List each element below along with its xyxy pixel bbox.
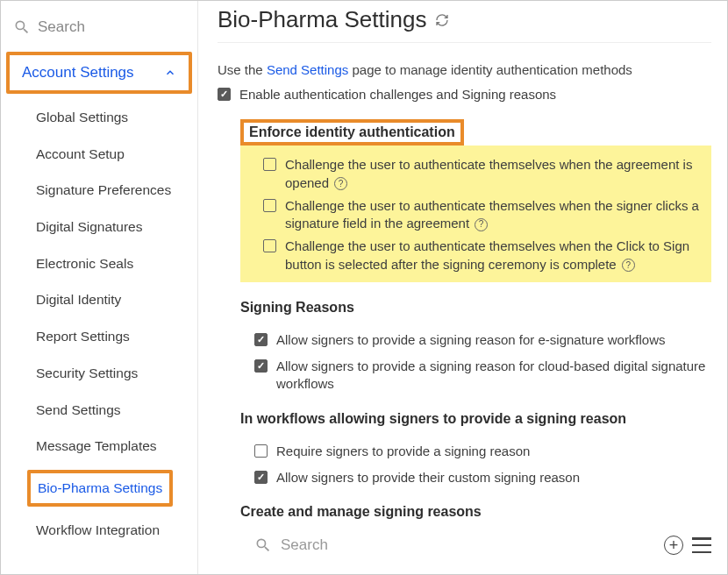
search-icon [254, 536, 272, 554]
nav-group-label: Account Settings [22, 64, 134, 82]
sidebar-item-signature-preferences[interactable]: Signature Preferences [1, 172, 197, 209]
enable-auth-label: Enable authentication challenges and Sig… [239, 86, 711, 103]
page-title: Bio-Pharma Settings [218, 6, 426, 33]
enable-auth-challenges-row[interactable]: Enable authentication challenges and Sig… [218, 86, 711, 103]
sidebar-item-workflow-integration[interactable]: Workflow Integration [1, 512, 197, 549]
nav-list: Global Settings Account Setup Signature … [1, 99, 197, 548]
workflows-heading: In workflows allowing signers to provide… [240, 411, 626, 427]
enforce-opt-agreement-opened[interactable]: Challenge the user to authenticate thems… [249, 156, 703, 192]
intro-suffix: page to manage identity authentication m… [348, 62, 632, 77]
sidebar-item-digital-identity[interactable]: Digital Identity [1, 281, 197, 318]
create-manage-heading: Create and manage signing reasons [240, 504, 482, 520]
enable-auth-checkbox[interactable] [218, 88, 231, 101]
sidebar: Search Account Settings Global Settings … [1, 1, 198, 574]
help-icon[interactable]: ? [622, 259, 635, 272]
enforce-opt-click-to-sign[interactable]: Challenge the user to authenticate thems… [249, 238, 703, 273]
workflow-checkbox-1[interactable] [254, 471, 268, 484]
signing-reason-label-1: Allow signers to provide a signing reaso… [276, 358, 711, 394]
enforce-checkbox-0[interactable] [263, 158, 276, 171]
signing-reason-esig[interactable]: Allow signers to provide a signing reaso… [240, 331, 711, 349]
enforce-checkbox-1[interactable] [263, 199, 276, 212]
main-content: Bio-Pharma Settings Use the Send Setting… [198, 1, 727, 574]
sidebar-search-placeholder: Search [38, 18, 85, 36]
sidebar-item-message-templates[interactable]: Message Templates [1, 428, 197, 465]
sidebar-item-digital-signatures[interactable]: Digital Signatures [1, 209, 197, 245]
workflow-label-1: Allow signers to provide their custom si… [276, 469, 711, 486]
intro-text: Use the Send Settings page to manage ide… [218, 62, 711, 77]
help-icon[interactable]: ? [334, 177, 347, 190]
enforce-opt-signature-field[interactable]: Challenge the user to authenticate thems… [249, 197, 703, 233]
workflow-label-0: Require signers to provide a signing rea… [276, 443, 711, 460]
signing-reason-checkbox-1[interactable] [254, 359, 268, 373]
workflow-checkbox-0[interactable] [254, 444, 268, 458]
sidebar-item-bio-pharma-settings[interactable]: Bio-Pharma Settings [27, 470, 173, 507]
workflow-custom-reason[interactable]: Allow signers to provide their custom si… [240, 469, 711, 486]
signing-reason-checkbox-0[interactable] [254, 333, 268, 346]
menu-icon[interactable] [692, 537, 711, 553]
workflow-require-reason[interactable]: Require signers to provide a signing rea… [240, 443, 711, 460]
enforce-checkbox-2[interactable] [263, 239, 276, 252]
sidebar-item-global-settings[interactable]: Global Settings [1, 99, 197, 136]
enforce-identity-heading: Enforce identity authentication [240, 119, 464, 146]
search-icon [13, 18, 31, 36]
refresh-icon[interactable] [435, 13, 449, 27]
sidebar-item-send-settings[interactable]: Send Settings [1, 392, 197, 429]
sidebar-item-security-settings[interactable]: Security Settings [1, 355, 197, 392]
add-reason-button[interactable]: + [664, 536, 683, 555]
intro-prefix: Use the [218, 62, 267, 77]
sidebar-item-account-setup[interactable]: Account Setup [1, 136, 197, 173]
reasons-search-placeholder: Search [281, 536, 328, 554]
enforce-label-1: Challenge the user to authenticate thems… [285, 198, 699, 231]
reasons-search[interactable]: Search [254, 536, 655, 554]
send-settings-link[interactable]: Send Settings [267, 62, 348, 77]
sidebar-item-electronic-seals[interactable]: Electronic Seals [1, 245, 197, 282]
signing-reason-label-0: Allow signers to provide a signing reaso… [276, 331, 711, 349]
sidebar-item-report-settings[interactable]: Report Settings [1, 318, 197, 355]
signing-reasons-heading: Signing Reasons [240, 300, 354, 316]
sidebar-search[interactable]: Search [1, 11, 197, 48]
chevron-up-icon [164, 67, 176, 79]
help-icon[interactable]: ? [475, 218, 488, 231]
signing-reason-cloud[interactable]: Allow signers to provide a signing reaso… [240, 358, 711, 394]
nav-group-account-settings[interactable]: Account Settings [6, 52, 192, 94]
enforce-identity-highlight: Challenge the user to authenticate thems… [240, 146, 711, 282]
